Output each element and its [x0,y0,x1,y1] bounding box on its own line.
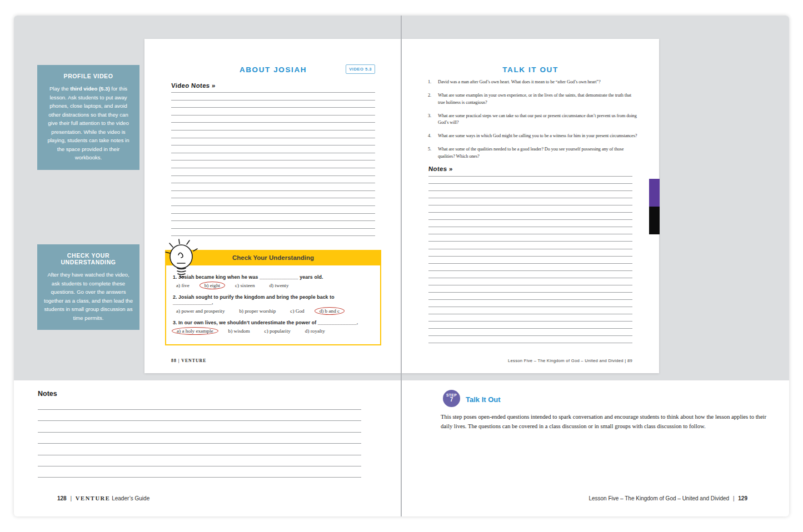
ruled-line [171,168,375,168]
check-understanding-title: CHECK YOUR UNDERSTANDING [44,252,133,265]
talk-question: 4.What are some ways in which God might … [428,133,638,140]
quiz-question-prompt: 1. Josiah became king when he was ______… [173,274,373,280]
talk-question-number: 5. [428,146,438,160]
talk-it-out-title: TALK IT OUT [402,66,659,74]
ruled-line [171,130,375,131]
purple-section-tab [649,179,660,207]
talk-question-number: 1. [428,79,438,86]
ruled-line [428,278,632,278]
ruled-line [428,321,632,322]
leaders-page-number-right: 129 [738,495,747,501]
ruled-line [171,183,375,183]
quiz-options: a) power and prosperityb) proper worship… [176,308,373,314]
talk-question-text: What are some practical steps we can tak… [438,113,638,127]
quiz-box: Check Your Understanding 1. Josiah becam… [165,250,381,345]
talk-question: 2.What are some examples in your own exp… [428,92,638,107]
right-page-footer: Lesson Five – The Kingdom of God – Unite… [508,358,632,363]
ruled-line [171,160,375,160]
ruled-line [428,205,632,205]
ruled-line [38,420,361,421]
ruled-line [171,205,375,206]
quiz-options: a) fiveb) eightc) sixteend) twenty [176,283,373,288]
profile-video-body-suffix: for this lesson. Ask students to put awa… [47,86,129,160]
quiz-option-circled-answer: d) b and c [315,307,345,315]
ruled-line [428,314,632,314]
ruled-line [428,176,632,177]
left-page-footer: 88 | VENTURE [171,358,206,363]
ruled-line [428,328,632,329]
check-understanding-callout: CHECK YOUR UNDERSTANDING After they have… [37,244,139,330]
quiz-question-prompt: 2. Josiah sought to purify the kingdom a… [173,294,373,305]
quiz-question-prompt: 3. In our own lives, we shouldn’t undere… [173,320,373,325]
check-understanding-body: After they have watched the video, ask s… [44,270,133,322]
ruled-line [171,220,375,221]
leaders-footer-left: 128 | VENTURE Leader’s Guide [57,495,149,501]
quiz-option-circled-answer: a) a holy example [172,327,218,335]
venture-brand: VENTURE [76,495,111,501]
ruled-line [171,138,375,138]
quiz-option: c) popularity [265,328,291,334]
ruled-line [428,256,632,257]
ruled-line [38,409,361,410]
quiz-option: b) proper worship [240,308,276,314]
video-notes-label: Video Notes » [171,82,216,89]
ruled-line [171,92,375,93]
video-badge: VIDEO 5.3 [346,64,375,74]
ruled-line [428,299,632,300]
quiz-option: c) God [290,308,304,314]
ruled-line [171,153,375,153]
talk-question-number: 4. [428,133,438,140]
profile-video-body-prefix: Play the [49,86,70,92]
ruled-line [428,263,632,264]
quiz-option: d) twenty [270,283,289,288]
quiz-question: 1. Josiah became king when he was ______… [173,274,373,288]
footer-separator: | [68,495,74,501]
ruled-line [428,183,632,184]
ruled-line [171,107,375,108]
talk-question-text: What are some of the qualities needed to… [438,146,638,160]
leaders-footer-right: Lesson Five – The Kingdom of God – Unite… [588,495,747,501]
book-spread: PROFILE VIDEO Play the third video (5.3)… [14,16,789,516]
leaders-page-number-left: 128 [57,495,67,501]
profile-video-body: Play the third video (5.3) for this less… [44,84,133,162]
ruled-line [428,190,632,191]
spread-spine-divider [401,16,402,516]
ruled-line [171,235,375,236]
talk-question-number: 2. [428,92,438,107]
ruled-line [171,175,375,176]
leaders-guide-label: Leader’s Guide [112,495,149,501]
quiz-option: a) power and prosperity [176,308,225,314]
footer-separator: | [731,495,737,501]
ruled-line [171,115,375,116]
step-title: Talk It Out [466,395,501,404]
ruled-line [428,212,632,213]
ruled-line [428,241,632,242]
quiz-question: 2. Josiah sought to purify the kingdom a… [173,294,373,314]
step-description: This step poses open-ended questions int… [441,413,767,431]
leaders-notes-title: Notes [38,390,57,398]
ruled-line [428,249,632,249]
ruled-line [38,466,361,466]
ruled-line [428,234,632,234]
lesson-title-text: Lesson Five – The Kingdom of God – Unite… [588,495,729,501]
ruled-line [171,228,375,229]
notes-label: Notes » [428,165,453,172]
quiz-option: d) royalty [305,328,325,334]
quiz-option: b) wisdom [228,328,250,334]
quiz-option: c) sixteen [235,283,255,288]
quiz-question: 3. In our own lives, we shouldn’t undere… [173,320,373,334]
ruled-line [428,292,632,293]
ruled-line [428,227,632,227]
ruled-line [38,443,361,444]
ruled-line [38,477,361,478]
profile-video-callout: PROFILE VIDEO Play the third video (5.3)… [37,65,139,170]
talk-question: 3.What are some practical steps we can t… [428,113,638,127]
ruled-line [428,285,632,285]
black-section-tab [649,207,660,234]
talk-questions: 1.David was a man after God’s own heart.… [428,79,638,167]
ruled-line [38,455,361,455]
lightbulb-icon [164,238,199,287]
ruled-line [171,100,375,101]
ruled-line [428,335,632,336]
quiz-option-circled-answer: b) eight [199,282,225,289]
